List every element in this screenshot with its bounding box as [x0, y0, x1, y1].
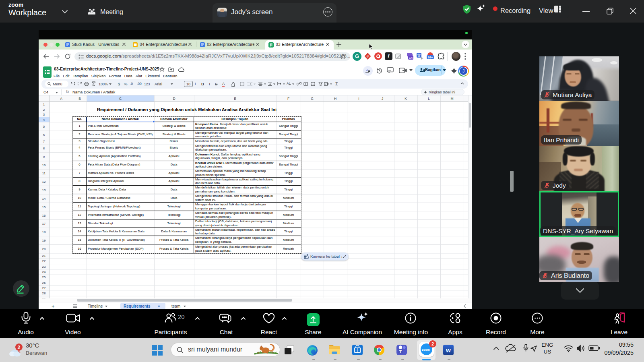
svg-text:2: 2 [43, 108, 45, 112]
svg-text:M: M [450, 97, 453, 101]
svg-text:14: 14 [409, 56, 413, 60]
svg-text:21: 21 [42, 254, 46, 258]
svg-text:F: F [287, 97, 289, 101]
svg-text:24: 24 [42, 270, 46, 274]
svg-text:15: 15 [42, 205, 46, 209]
svg-text:C: C [119, 97, 122, 101]
svg-text:J: J [382, 97, 383, 101]
svg-text:1: 1 [43, 103, 45, 106]
svg-text:3: 3 [43, 113, 45, 116]
svg-text:B: B [78, 97, 81, 101]
svg-text:18: 18 [42, 230, 46, 234]
svg-text:26: 26 [42, 281, 46, 285]
svg-text:99+: 99+ [428, 56, 433, 59]
svg-text:12: 12 [42, 180, 46, 184]
svg-text:I: I [358, 97, 359, 101]
svg-text:T: T [399, 349, 402, 354]
svg-text:22: 22 [42, 259, 46, 263]
svg-text:E: E [234, 97, 236, 101]
svg-text:A: A [287, 82, 289, 85]
svg-text:7: 7 [43, 140, 45, 143]
svg-text:19: 19 [42, 239, 46, 242]
svg-text:27: 27 [42, 286, 46, 290]
svg-text:A: A [60, 97, 62, 101]
svg-text:8: 8 [43, 147, 45, 150]
svg-text:23: 23 [42, 265, 46, 269]
svg-text:5: 5 [43, 125, 45, 128]
svg-text:文: 文 [417, 54, 421, 58]
svg-text:9: 9 [43, 155, 45, 159]
svg-text:11: 11 [42, 172, 46, 175]
svg-text:13: 13 [42, 188, 46, 192]
svg-text:20: 20 [42, 247, 46, 251]
svg-text:G: G [311, 97, 314, 101]
svg-text:L: L [428, 97, 430, 101]
svg-text:6: 6 [43, 133, 45, 137]
svg-text:17: 17 [42, 222, 46, 225]
svg-text:16: 16 [42, 214, 46, 217]
svg-text:D: D [173, 97, 175, 101]
svg-text:2: 2 [18, 345, 21, 350]
svg-text:25: 25 [42, 275, 46, 279]
svg-text:28: 28 [42, 292, 46, 295]
svg-text:K: K [405, 97, 407, 101]
svg-text:H: H [334, 97, 336, 101]
svg-text:W: W [446, 348, 451, 354]
svg-text:4: 4 [43, 118, 45, 122]
svg-text:10: 10 [42, 163, 46, 167]
svg-text:14: 14 [42, 197, 46, 201]
